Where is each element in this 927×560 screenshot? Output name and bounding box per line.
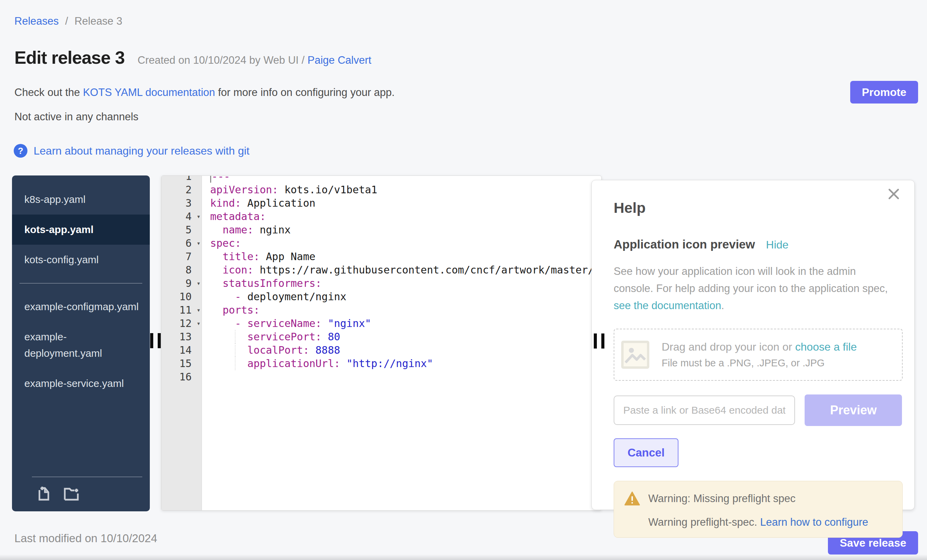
icon-preview-description: See how your application icon will look … (614, 263, 902, 314)
new-folder-icon[interactable] (63, 485, 81, 503)
title-row: Edit release 3 Created on 10/10/2024 by … (14, 47, 371, 68)
file-list-divider (20, 283, 142, 284)
editor-line-1[interactable]: --- (202, 176, 601, 183)
created-text: Created on 10/10/2024 by Web UI / (137, 54, 307, 66)
line-number: 13 (161, 330, 202, 343)
line-number: 11▾ (161, 303, 202, 317)
kots-yaml-doc-link[interactable]: KOTS YAML documentation (83, 87, 215, 99)
line-number: 3 (161, 196, 202, 210)
editor-line-2[interactable]: apiVersion: kots.io/v1beta1 (202, 183, 601, 196)
channel-status: Not active in any channels (14, 111, 138, 123)
line-number: 5 (161, 223, 202, 237)
indent-guide (235, 330, 236, 343)
indent-guide (235, 357, 236, 370)
close-icon[interactable] (886, 187, 901, 202)
editor-line-11[interactable]: ports: (202, 303, 601, 317)
editor-line-12[interactable]: - serviceName: "nginx" (202, 317, 601, 330)
file-item-k8s-app.yaml[interactable]: k8s-app.yaml (12, 184, 150, 214)
choose-file-link[interactable]: choose a file (795, 341, 857, 353)
description-period: . (721, 299, 724, 311)
fold-arrow-icon[interactable]: ▾ (197, 276, 201, 290)
file-item-example-configmap.yaml[interactable]: example-configmap.yaml (12, 291, 150, 322)
icon-url-input[interactable] (614, 396, 795, 425)
yaml-code-editor[interactable]: 1234▾56▾789▾1011▾12▾13141516 ---apiVersi… (161, 176, 602, 511)
created-info: Created on 10/10/2024 by Web UI / Paige … (137, 54, 371, 67)
editor-line-15[interactable]: applicationUrl: "http://nginx" (202, 357, 601, 370)
editor-line-14[interactable]: localPort: 8888 (202, 343, 601, 357)
bottom-edge-strip (0, 554, 927, 560)
editor-line-6[interactable]: spec: (202, 237, 601, 250)
help-title: Help (614, 199, 902, 216)
doc-line-prefix: Check out the (14, 87, 83, 99)
editor-line-10[interactable]: - deployment/nginx (202, 290, 601, 303)
pane-resize-handle-right[interactable] (594, 334, 605, 349)
git-help-row: ? Learn about managing your releases wit… (14, 144, 249, 158)
file-item-example-deployment.yaml[interactable]: example-deployment.yaml (12, 322, 150, 369)
learn-configure-link[interactable]: Learn how to configure (760, 516, 868, 528)
breadcrumb-separator: / (65, 15, 68, 27)
breadcrumb: Releases / Release 3 (14, 15, 122, 27)
icon-dropzone[interactable]: Drag and drop your icon or choose a file… (614, 329, 903, 381)
doc-line-suffix: for more info on configuring your app. (215, 87, 395, 99)
file-item-example-service.yaml[interactable]: example-service.yaml (12, 369, 150, 399)
fold-arrow-icon[interactable]: ▾ (197, 317, 201, 330)
text-cursor (210, 176, 211, 183)
description-line: see the documentation. (614, 297, 902, 314)
editor-line-8[interactable]: icon: https://raw.githubusercontent.com/… (202, 263, 601, 276)
editor-line-9[interactable]: statusInformers: (202, 276, 601, 290)
description-line: console. For help adding your icon to th… (614, 280, 902, 297)
question-mark-icon: ? (14, 144, 27, 158)
see-documentation-link[interactable]: see the documentation (614, 299, 721, 311)
icon-preview-section-header: Application icon preview Hide (614, 238, 902, 251)
sidebar-bottom (12, 470, 150, 507)
file-tree-sidebar: k8s-app.yamlkots-app.yamlkots-config.yam… (12, 176, 150, 511)
editor-line-5[interactable]: name: nginx (202, 223, 601, 237)
editor-line-13[interactable]: servicePort: 80 (202, 330, 601, 343)
description-line: See how your application icon will look … (614, 263, 902, 280)
resize-bar (601, 334, 605, 349)
editor-line-3[interactable]: kind: Application (202, 196, 601, 210)
line-number: 2 (161, 183, 202, 196)
fold-arrow-icon[interactable]: ▾ (197, 237, 201, 250)
warning-row: Warning: Missing preflight spec (624, 492, 892, 506)
line-number: 1 (161, 176, 202, 183)
icon-url-row: Preview (614, 395, 902, 426)
hide-link[interactable]: Hide (766, 238, 789, 251)
help-panel: Help Application icon preview Hide See h… (591, 180, 915, 510)
editor-line-4[interactable]: metadata: (202, 210, 601, 223)
cancel-button[interactable]: Cancel (614, 439, 678, 467)
breadcrumb-releases-link[interactable]: Releases (14, 15, 59, 27)
warning-title: Warning: Missing preflight spec (648, 492, 796, 505)
promote-button[interactable]: Promote (850, 81, 918, 103)
line-number: 8 (161, 263, 202, 276)
page-title: Edit release 3 (14, 47, 125, 68)
line-number: 6▾ (161, 237, 202, 250)
preview-button[interactable]: Preview (805, 395, 902, 426)
editor-line-16[interactable] (202, 370, 601, 384)
pane-resize-handle-left[interactable] (150, 333, 162, 348)
warning-triangle-icon (624, 492, 640, 506)
line-number: 14 (161, 343, 202, 357)
resize-bar (594, 334, 597, 349)
indent-guide (235, 343, 236, 357)
dropzone-instruction: Drag and drop your icon or choose a file (662, 341, 857, 354)
last-modified-text: Last modified on 10/10/2024 (14, 532, 157, 545)
file-list-secondary: example-configmap.yamlexample-deployment… (12, 291, 150, 399)
dropzone-text: Drag and drop your icon or choose a file… (662, 341, 857, 369)
fold-arrow-icon[interactable]: ▾ (197, 303, 201, 317)
preflight-warning-box: Warning: Missing preflight spec Warning … (614, 481, 903, 538)
file-item-kots-app.yaml[interactable]: kots-app.yaml (12, 214, 150, 245)
new-file-icon[interactable] (37, 485, 53, 503)
git-releases-link[interactable]: Learn about managing your releases with … (33, 145, 249, 157)
editor-scroll-area: 1234▾56▾789▾1011▾12▾13141516 ---apiVersi… (161, 176, 601, 384)
kots-release-editor-page: Releases / Release 3 Edit release 3 Crea… (0, 0, 927, 560)
editor-line-7[interactable]: title: App Name (202, 250, 601, 263)
image-placeholder-icon (621, 341, 649, 369)
file-item-kots-config.yaml[interactable]: kots-config.yaml (12, 245, 150, 275)
author-link[interactable]: Paige Calvert (307, 54, 371, 66)
line-number: 15 (161, 357, 202, 370)
fold-arrow-icon[interactable]: ▾ (197, 210, 201, 223)
section-title: Application icon preview (614, 238, 755, 251)
code-column: ---apiVersion: kots.io/v1beta1kind: Appl… (202, 176, 601, 384)
resize-bar (150, 333, 153, 348)
